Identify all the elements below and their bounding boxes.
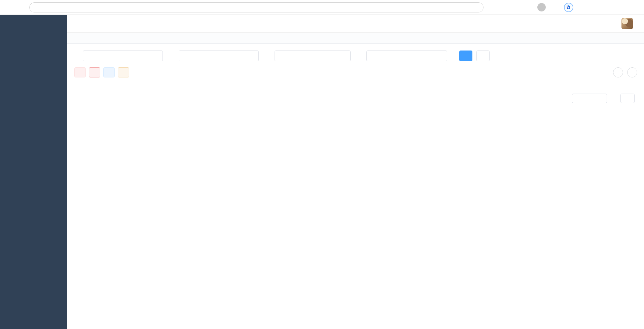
- browser-actions: b: [492, 3, 573, 12]
- username-input[interactable]: [179, 51, 259, 61]
- main-content: [67, 15, 644, 329]
- filter-bar: [78, 51, 644, 61]
- sidebar-menu: [0, 34, 67, 34]
- app-header: [67, 15, 644, 32]
- login-ip-input[interactable]: [83, 51, 163, 61]
- toolbar-divider: [501, 4, 501, 11]
- copilot-icon[interactable]: b: [564, 3, 573, 12]
- browser-profile-avatar[interactable]: [537, 3, 546, 11]
- date-range-picker[interactable]: [366, 51, 447, 61]
- unlock-button[interactable]: [103, 67, 115, 77]
- delete-button[interactable]: [74, 67, 86, 77]
- clear-button[interactable]: [89, 67, 100, 77]
- pagination-bar: [67, 94, 637, 103]
- reset-button[interactable]: [476, 51, 490, 61]
- tab-bar: [67, 32, 644, 44]
- status-select[interactable]: [275, 51, 351, 61]
- goto-page: [618, 94, 637, 103]
- sidebar: [0, 15, 67, 329]
- export-button[interactable]: [118, 67, 129, 77]
- browser-toolbar: b: [0, 0, 644, 15]
- refresh-table-button[interactable]: [627, 67, 637, 77]
- search-button[interactable]: [459, 51, 472, 61]
- page-size-select[interactable]: [572, 94, 607, 103]
- show-search-button[interactable]: [613, 67, 623, 77]
- address-bar[interactable]: [29, 2, 484, 12]
- user-avatar[interactable]: [621, 18, 633, 29]
- header-actions: [579, 18, 637, 29]
- goto-page-input[interactable]: [620, 94, 635, 103]
- action-bar: [74, 67, 637, 77]
- app-logo: [0, 15, 67, 34]
- table-tools: [613, 67, 637, 77]
